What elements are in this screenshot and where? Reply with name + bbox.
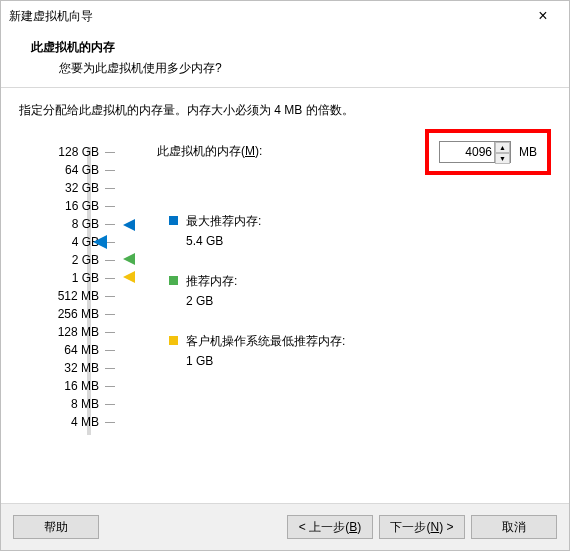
tick: 128 GB xyxy=(19,143,115,161)
tick: 32 GB xyxy=(19,179,115,197)
square-icon xyxy=(169,336,178,345)
tick: 16 GB xyxy=(19,197,115,215)
legend-min: 客户机操作系统最低推荐内存: 1 GB xyxy=(169,333,345,368)
square-icon xyxy=(169,276,178,285)
tick: 8 GB xyxy=(19,215,115,233)
spin-up-icon[interactable]: ▲ xyxy=(495,142,510,153)
window-title: 新建虚拟机向导 xyxy=(9,8,93,25)
back-button[interactable]: < 上一步(B) xyxy=(287,515,373,539)
legend-max: 最大推荐内存: 5.4 GB xyxy=(169,213,261,248)
page-title: 此虚拟机的内存 xyxy=(31,39,549,56)
memory-value[interactable]: 4096 xyxy=(440,145,494,159)
tick: 128 MB xyxy=(19,323,115,341)
memory-spinbox[interactable]: 4096 ▲ ▼ xyxy=(439,141,511,163)
max-memory-marker-icon xyxy=(123,219,135,231)
page-subtitle: 您要为此虚拟机使用多少内存? xyxy=(31,56,549,77)
tick: 64 GB xyxy=(19,161,115,179)
min-memory-marker-icon xyxy=(123,271,135,283)
tick: 512 MB xyxy=(19,287,115,305)
close-icon[interactable]: × xyxy=(525,8,561,24)
square-icon xyxy=(169,216,178,225)
tick: 32 MB xyxy=(19,359,115,377)
titlebar: 新建虚拟机向导 × xyxy=(1,1,569,31)
next-button[interactable]: 下一步(N) > xyxy=(379,515,465,539)
spin-down-icon[interactable]: ▼ xyxy=(495,153,510,164)
tick: 1 GB xyxy=(19,269,115,287)
memory-unit: MB xyxy=(519,145,537,159)
legend-recommended: 推荐内存: 2 GB xyxy=(169,273,237,308)
tick: 16 MB xyxy=(19,377,115,395)
memory-scale: 128 GB 64 GB 32 GB 16 GB 8 GB 4 GB 2 GB … xyxy=(19,143,115,443)
tick: 256 MB xyxy=(19,305,115,323)
tick: 4 MB xyxy=(19,413,115,431)
recommended-memory-marker-icon xyxy=(123,253,135,265)
memory-input-highlight: 4096 ▲ ▼ MB xyxy=(425,129,551,175)
help-button[interactable]: 帮助 xyxy=(13,515,99,539)
wizard-header: 此虚拟机的内存 您要为此虚拟机使用多少内存? xyxy=(1,31,569,87)
memory-slider-handle[interactable] xyxy=(93,235,107,249)
tick: 64 MB xyxy=(19,341,115,359)
memory-field-label: 此虚拟机的内存(M): xyxy=(157,143,262,160)
tick: 2 GB xyxy=(19,251,115,269)
description-text: 指定分配给此虚拟机的内存量。内存大小必须为 4 MB 的倍数。 xyxy=(19,102,551,119)
cancel-button[interactable]: 取消 xyxy=(471,515,557,539)
tick: 8 MB xyxy=(19,395,115,413)
